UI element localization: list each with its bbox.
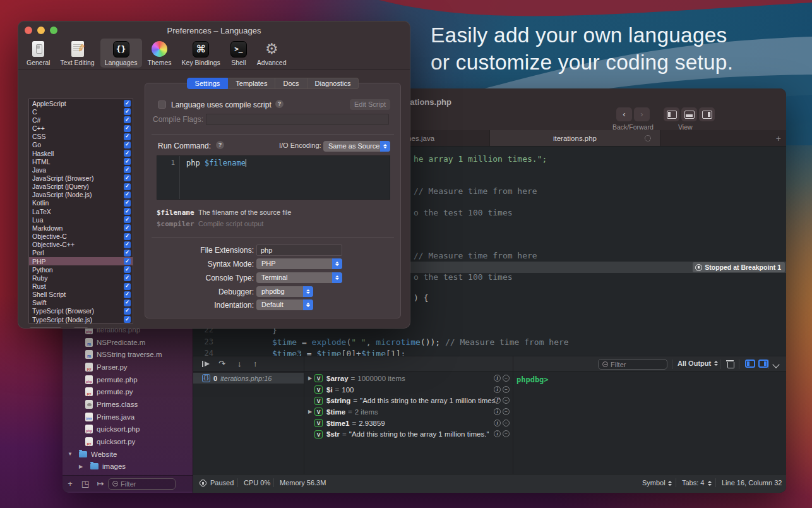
toggle-console-panel-button[interactable] (758, 360, 768, 368)
checkbox-checked-icon[interactable] (124, 241, 131, 248)
language-row[interactable]: Java (29, 166, 133, 174)
language-row[interactable]: Objective-C (29, 233, 133, 241)
disclosure-open-icon[interactable]: ▼ (68, 451, 73, 457)
checkbox-checked-icon[interactable] (124, 283, 131, 290)
language-row[interactable]: JavaScript (jQuery) (29, 183, 133, 191)
checkbox-checked-icon[interactable] (124, 174, 131, 181)
compile-script-checkbox[interactable] (158, 100, 166, 109)
language-row[interactable]: C# (29, 116, 133, 124)
run-command-editor[interactable]: 1 php $filename (157, 155, 390, 200)
compile-help-button[interactable]: ? (275, 100, 284, 108)
file-extensions-field[interactable]: php (256, 245, 342, 256)
file-row[interactable]: pyParser.py (63, 361, 193, 373)
tab-width-select[interactable]: Tabs: 4 (682, 479, 704, 487)
checkbox-checked-icon[interactable] (124, 108, 131, 115)
language-row[interactable]: TypeScript (Browser) (29, 307, 133, 315)
toolbar-item-key-bindings[interactable]: ⌘ Key Bindings (177, 39, 225, 68)
step-out-button[interactable]: ↑ (253, 359, 258, 368)
file-row[interactable]: pypermute.py (63, 385, 193, 398)
variable-row[interactable]: V$str="Add this string to the array 1 mi… (304, 428, 513, 440)
checkbox-checked-icon[interactable] (124, 233, 131, 240)
toolbar-item-general[interactable]: General (22, 39, 54, 68)
checkbox-checked-icon[interactable] (124, 216, 131, 223)
io-encoding-popup[interactable]: Same as Source (323, 141, 390, 152)
view-left-panel-button[interactable] (664, 107, 679, 121)
checkbox-checked-icon[interactable] (124, 158, 131, 165)
output-filter-select[interactable]: All Output (678, 360, 718, 367)
compile-flags-field[interactable] (206, 114, 389, 125)
language-row[interactable]: Python (29, 265, 133, 274)
file-row[interactable]: javaPrimes.java (63, 411, 193, 423)
checkbox-checked-icon[interactable] (124, 133, 131, 140)
continue-button[interactable] (202, 361, 211, 368)
toolbar-item-advanced[interactable]: ⚙ Advanced (253, 39, 291, 68)
view-bottom-panel-button[interactable] (681, 107, 697, 121)
language-row[interactable]: PHP (29, 257, 133, 265)
checkbox-checked-icon[interactable] (124, 150, 131, 157)
file-row[interactable]: pyquicksort.py (63, 435, 193, 448)
file-row[interactable]: ▶images (63, 461, 193, 473)
language-row[interactable]: Objective-C++ (29, 241, 133, 249)
stack-frame-row[interactable]: {} 0 iterations.php:16 (193, 373, 304, 384)
disclosure-closed-icon[interactable]: ▶ (308, 375, 314, 381)
language-row[interactable]: Swift (29, 299, 133, 307)
file-row[interactable]: mNSString traverse.m (63, 348, 193, 361)
tab-settings[interactable]: Settings (187, 78, 229, 89)
checkbox-checked-icon[interactable] (124, 308, 131, 315)
step-over-button[interactable]: ↷ (218, 359, 225, 368)
new-tab-button[interactable]: + (776, 133, 781, 143)
checkbox-checked-icon[interactable] (124, 200, 131, 207)
info-icon[interactable]: i (494, 420, 501, 426)
checkbox-checked-icon[interactable] (124, 250, 131, 257)
variable-row[interactable]: ▶V$array=1000000 itemsi− (304, 373, 513, 384)
checkbox-checked-icon[interactable] (124, 274, 131, 281)
language-row[interactable]: Perl (29, 249, 133, 257)
language-row[interactable]: AppleScript (29, 99, 133, 107)
file-row[interactable]: phpquicksort.php (63, 423, 193, 436)
file-row[interactable]: mNSPredicate.m (63, 336, 193, 349)
variable-row[interactable]: V$time1=2.93859i− (304, 418, 513, 429)
checkbox-checked-icon[interactable] (124, 125, 131, 132)
remove-watch-icon[interactable]: − (503, 430, 510, 437)
language-row[interactable]: CSS (29, 133, 133, 141)
new-folder-icon[interactable]: ◳ (78, 479, 93, 488)
sidebar-filter-input[interactable] (121, 480, 171, 488)
indentation-popup[interactable]: Default (256, 299, 313, 310)
info-icon[interactable]: i (494, 408, 501, 415)
checkbox-checked-icon[interactable] (124, 191, 131, 198)
tab-templates[interactable]: Templates (228, 78, 275, 89)
sidebar-filter[interactable] (108, 478, 176, 490)
info-icon[interactable]: i (494, 375, 501, 382)
language-row[interactable]: C (29, 107, 133, 116)
console-filter-input[interactable] (611, 361, 655, 368)
console-filter[interactable] (598, 359, 667, 370)
checkbox-checked-icon[interactable] (124, 299, 131, 306)
toggle-debug-panel-button[interactable] (745, 360, 755, 368)
toolbar-item-themes[interactable]: Themes (143, 39, 176, 68)
tab-diagnostics[interactable]: Diagnostics (307, 78, 359, 89)
add-file-icon[interactable]: + (63, 479, 78, 488)
disclosure-closed-icon[interactable]: ▶ (308, 409, 314, 414)
language-row[interactable]: Haskell (29, 149, 133, 157)
remove-watch-icon[interactable]: − (503, 375, 510, 382)
language-row[interactable]: LaTeX (29, 207, 133, 215)
language-actions-button[interactable]: ⚙ (73, 327, 89, 329)
forward-button[interactable]: › (634, 107, 650, 121)
syntax-mode-popup[interactable]: PHP (256, 258, 342, 269)
file-row[interactable]: phppermute.php (63, 373, 193, 386)
clear-console-button[interactable] (726, 360, 734, 368)
language-row[interactable]: Ruby (29, 274, 133, 282)
back-button[interactable]: ‹ (616, 107, 632, 121)
remove-watch-icon[interactable]: − (503, 397, 510, 404)
add-language-button[interactable]: + (29, 328, 45, 329)
language-row[interactable]: JavaScript (Browser) (29, 174, 133, 182)
disclosure-closed-icon[interactable]: ▶ (79, 464, 83, 469)
language-row[interactable]: Go (29, 141, 133, 149)
symbol-select[interactable]: Symbol (642, 479, 666, 487)
language-row[interactable]: Markdown (29, 224, 133, 232)
checkbox-checked-icon[interactable] (124, 224, 131, 231)
checkbox-checked-icon[interactable] (124, 116, 131, 123)
step-into-button[interactable]: ↓ (237, 359, 242, 368)
checkbox-checked-icon[interactable] (124, 266, 131, 273)
language-row[interactable]: TypeScript (Node.js) (29, 315, 133, 324)
